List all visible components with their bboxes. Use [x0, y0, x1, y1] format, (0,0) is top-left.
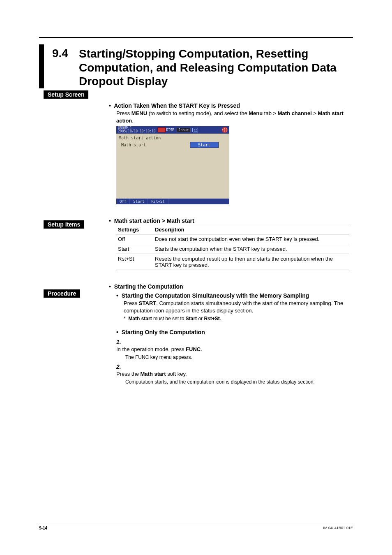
- step-1: 1. In the operation mode, press FUNC. Th…: [116, 339, 349, 360]
- cell-desc: Does not start the computation even when…: [153, 234, 349, 244]
- note-rstst: Rst+St: [204, 316, 219, 321]
- table-row: Start Starts the computation when the ST…: [116, 244, 349, 254]
- doc-id: IM 04L41B01-01E: [323, 526, 353, 530]
- t: must be set to: [152, 316, 186, 321]
- action-heading-text: Action Taken When the START Key Is Press…: [114, 102, 240, 109]
- proc-h1: • Starting the Computation: [109, 283, 349, 290]
- t: (to switch to setting mode), and select …: [147, 110, 249, 116]
- page: 9.4 Starting/Stopping Computation, Reset…: [0, 0, 392, 555]
- scr-red-badge-icon: [157, 127, 166, 132]
- scr-row-label: Math start: [121, 143, 146, 147]
- proc-p1: Press START. Computation starts simultan…: [124, 300, 349, 314]
- proc-h3-text: Starting Only the Computation: [122, 329, 205, 335]
- top-rule: [39, 37, 353, 38]
- table-row: Off Does not start the computation even …: [116, 234, 349, 244]
- bold-start: START: [139, 300, 156, 306]
- t: In the operation mode, press: [116, 346, 186, 352]
- t: soft key.: [166, 371, 187, 377]
- scr-status-bar: GROUP 1 2005/10/10 10:10:10 DISP 1hour •…: [116, 126, 229, 134]
- proc-h1-text: Starting the Computation: [114, 283, 183, 290]
- proc-h3: • Starting Only the Computation: [116, 329, 349, 335]
- note-start: Start: [186, 316, 197, 321]
- setup-items-heading: • Math start action > Math start: [109, 217, 349, 224]
- scr-disp: DISP: [166, 128, 174, 132]
- device-screenshot: GROUP 1 2005/10/10 10:10:10 DISP 1hour •…: [116, 126, 229, 204]
- cell-desc: Starts the computation when the START ke…: [153, 244, 349, 254]
- procedure-label: Procedure: [44, 289, 80, 298]
- proc-note: * Math start must be set to Start or Rst…: [124, 316, 349, 321]
- scr-btn-rstst[interactable]: Rst+St: [148, 199, 168, 204]
- scr-group-time: GROUP 1 2005/10/10 10:10:10: [118, 127, 156, 133]
- setup-screen-section: Setup Screen: [45, 86, 88, 101]
- note-star: *: [124, 316, 126, 321]
- heading-title: Starting/Stopping Computation, Resetting…: [79, 44, 353, 88]
- step-1-text: In the operation mode, press FUNC.: [116, 346, 339, 352]
- col-description: Description: [153, 225, 349, 234]
- t: Press: [116, 110, 131, 116]
- scr-row-value[interactable]: Start: [190, 142, 219, 148]
- step-num-1: 1.: [116, 339, 125, 345]
- bold-menu-tab: Menu: [249, 110, 263, 116]
- scr-hour: 1hour: [177, 128, 191, 132]
- t: >: [312, 110, 318, 116]
- setup-screen-content: • Action Taken When the START Key Is Pre…: [109, 102, 349, 204]
- section-heading: 9.4 Starting/Stopping Computation, Reset…: [39, 44, 353, 88]
- proc-h2: • Starting the Computation Simultaneousl…: [116, 292, 349, 299]
- step-2: 2. Press the Math start soft key. Comput…: [116, 363, 349, 385]
- cell-setting: Rst+St: [116, 254, 153, 270]
- heading-number: 9.4: [52, 44, 79, 60]
- settings-table: Settings Description Off Does not start …: [116, 225, 349, 270]
- scr-title: Math start action: [119, 136, 227, 140]
- setup-items-content: • Math start action > Math start Setting…: [109, 217, 349, 270]
- bold-menu: MENU: [131, 110, 147, 116]
- setup-screen-label: Setup Screen: [44, 90, 88, 99]
- page-number: 9-14: [39, 526, 47, 530]
- setup-items-heading-text: Math start action > Math start: [114, 217, 194, 224]
- t: Press: [124, 300, 139, 306]
- scr-btn-off[interactable]: Off: [116, 199, 130, 204]
- t: .: [220, 316, 221, 321]
- cell-desc: Resets the computed result up to then an…: [153, 254, 349, 270]
- setup-items-label: Setup Items: [44, 220, 84, 229]
- step-num-2: 2.: [116, 363, 125, 370]
- cell-setting: Start: [116, 244, 153, 254]
- t: Press the: [116, 371, 141, 377]
- procedure-content: • Starting the Computation • Starting th…: [109, 283, 349, 384]
- t: .: [201, 346, 202, 352]
- step-2-sub: Computation starts, and the computation …: [125, 379, 349, 385]
- cell-setting: Off: [116, 234, 153, 244]
- table-row: Rst+St Resets the computed result up to …: [116, 254, 349, 270]
- t: tab >: [263, 110, 278, 116]
- step-1-sub: The FUNC key menu appears.: [125, 354, 349, 360]
- t: .: [132, 118, 134, 124]
- scr-datetime: 2005/10/10 10:10:10: [118, 130, 156, 133]
- procedure-section: Procedure: [45, 285, 80, 300]
- scr-softkey-bar: Off Start Rst+St: [116, 199, 229, 204]
- step-2-text: Press the Math start soft key.: [116, 371, 339, 377]
- setup-items-section: Setup Items: [45, 216, 84, 231]
- note-math-start: Math start: [128, 316, 152, 321]
- scr-row: Math start Start: [119, 142, 227, 148]
- heading-bar: [39, 44, 44, 88]
- t: or: [197, 316, 204, 321]
- scr-body: Math start action Math start Start: [116, 134, 229, 150]
- page-footer: 9-14 IM 04L41B01-01E: [39, 524, 353, 530]
- action-heading: • Action Taken When the START Key Is Pre…: [109, 102, 349, 109]
- press-instruction: Press MENU (to switch to setting mode), …: [116, 110, 349, 125]
- camera-icon: [192, 128, 198, 132]
- t: . Computation starts simultaneously with…: [124, 300, 343, 314]
- bold-func: FUNC: [186, 346, 201, 352]
- bold-math-channel: Math channel: [278, 110, 312, 116]
- proc-h2-text: Starting the Computation Simultaneously …: [122, 292, 309, 299]
- col-settings: Settings: [116, 225, 153, 234]
- sound-icon: •)): [222, 127, 228, 133]
- bold-math-start-key: Math start: [141, 371, 166, 377]
- scr-btn-start[interactable]: Start: [130, 199, 148, 204]
